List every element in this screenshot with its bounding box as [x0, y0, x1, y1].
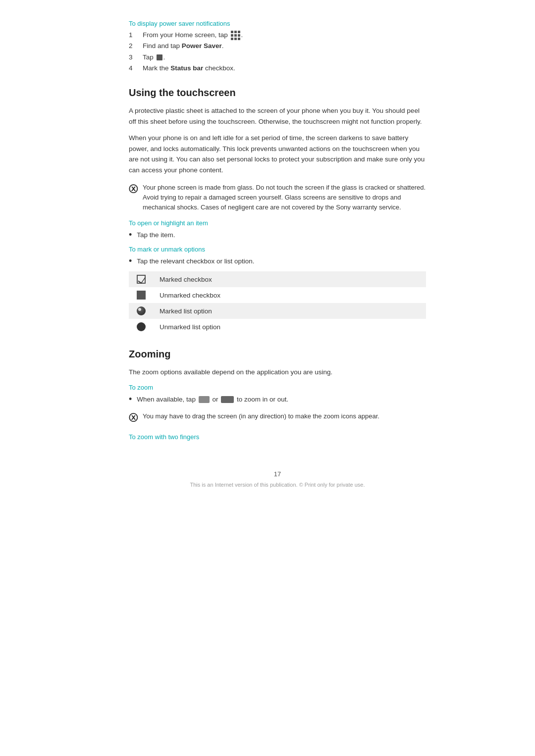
- footer-text: This is an Internet version of this publ…: [129, 482, 426, 488]
- touchscreen-title: Using the touchscreen: [129, 87, 426, 99]
- open-item-list: • Tap the item.: [129, 230, 426, 241]
- page-number: 17: [129, 470, 426, 478]
- radio-unmarked-label: Unmarked list option: [154, 319, 426, 335]
- to-zoom-text-or: or: [212, 396, 218, 403]
- step-3: 3 Tap .: [129, 52, 426, 62]
- touchscreen-para-2: When your phone is on and left idle for …: [129, 133, 426, 175]
- checked-checkbox-icon: [137, 275, 146, 284]
- to-zoom-text-part3: to zoom in or out.: [237, 396, 288, 403]
- to-zoom-text: When available, tap or to zoom in or out…: [137, 394, 288, 405]
- step-4-text: Mark the Status bar checkbox.: [143, 63, 235, 73]
- radio-unmarked-icon-cell: [129, 319, 154, 335]
- step-1-text: From your Home screen, tap .: [143, 30, 243, 40]
- warning-icon: ⓧ: [129, 183, 138, 212]
- bullet-dot-3: •: [129, 394, 132, 405]
- to-zoom-list: • When available, tap or to zoom in or o…: [129, 394, 426, 405]
- step-1-num: 1: [129, 30, 137, 40]
- table-row: Unmarked list option: [129, 319, 426, 335]
- step-2-num: 2: [129, 41, 137, 51]
- power-saver-heading: To display power saver notifications: [129, 20, 426, 27]
- mark-unmark-bullet: • Tap the relevant checkbox or list opti…: [129, 256, 426, 267]
- checkbox-table: Marked checkbox Unmarked checkbox Marked…: [129, 271, 426, 335]
- zoom-out-icon: [199, 396, 210, 403]
- bullet-dot-2: •: [129, 256, 132, 267]
- table-row: Marked list option: [129, 303, 426, 319]
- step-3-num: 3: [129, 52, 137, 62]
- radio-unmarked-icon: [137, 322, 146, 331]
- radio-marked-icon-cell: [129, 303, 154, 319]
- mark-unmark-list: • Tap the relevant checkbox or list opti…: [129, 256, 426, 267]
- step-4-num: 4: [129, 63, 137, 73]
- to-zoom-bullet: • When available, tap or to zoom in or o…: [129, 394, 426, 405]
- open-item-bullet: • Tap the item.: [129, 230, 426, 241]
- to-zoom-text-part1: When available, tap: [137, 396, 196, 403]
- open-item-heading: To open or highlight an item: [129, 219, 426, 227]
- open-item-text: Tap the item.: [137, 230, 175, 241]
- zooming-title: Zooming: [129, 349, 426, 360]
- zoom-warning-text: You may have to drag the screen (in any …: [143, 411, 379, 425]
- step-2: 2 Find and tap Power Saver.: [129, 41, 426, 51]
- bullet-dot-1: •: [129, 230, 132, 241]
- step-1: 1 From your Home screen, tap .: [129, 30, 426, 40]
- page-content: To display power saver notifications 1 F…: [79, 0, 456, 527]
- checked-label: Marked checkbox: [154, 271, 426, 287]
- step-4: 4 Mark the Status bar checkbox.: [129, 63, 426, 73]
- power-saver-steps: 1 From your Home screen, tap . 2 Find an…: [129, 30, 426, 73]
- table-row: Marked checkbox: [129, 271, 426, 287]
- power-saver-section: To display power saver notifications 1 F…: [129, 20, 426, 73]
- radio-marked-label: Marked list option: [154, 303, 426, 319]
- unchecked-label: Unmarked checkbox: [154, 287, 426, 303]
- step-2-text: Find and tap Power Saver.: [143, 41, 224, 51]
- warning-text: Your phone screen is made from glass. Do…: [143, 183, 426, 212]
- table-row: Unmarked checkbox: [129, 287, 426, 303]
- zoom-warning: ⓧ You may have to drag the screen (in an…: [129, 411, 426, 425]
- mark-unmark-heading: To mark or unmark options: [129, 246, 426, 253]
- zooming-section: Zooming The zoom options available depen…: [129, 349, 426, 441]
- tap-icon: [157, 54, 162, 60]
- checked-icon-cell: [129, 271, 154, 287]
- zooming-description: The zoom options available depend on the…: [129, 367, 426, 378]
- zoom-in-icon: [221, 396, 234, 403]
- touchscreen-para-1: A protective plastic sheet is attached t…: [129, 105, 426, 127]
- apps-icon: [231, 31, 240, 40]
- radio-marked-icon: [137, 306, 146, 315]
- touchscreen-section: Using the touchscreen A protective plast…: [129, 87, 426, 335]
- unchecked-checkbox-icon: [137, 291, 146, 300]
- to-zoom-two-fingers-heading: To zoom with two fingers: [129, 433, 426, 441]
- step-3-text: Tap .: [143, 52, 165, 62]
- zoom-warning-icon: ⓧ: [129, 411, 138, 425]
- to-zoom-heading: To zoom: [129, 384, 426, 391]
- mark-unmark-text: Tap the relevant checkbox or list option…: [137, 256, 254, 267]
- unchecked-icon-cell: [129, 287, 154, 303]
- touchscreen-warning: ⓧ Your phone screen is made from glass. …: [129, 183, 426, 212]
